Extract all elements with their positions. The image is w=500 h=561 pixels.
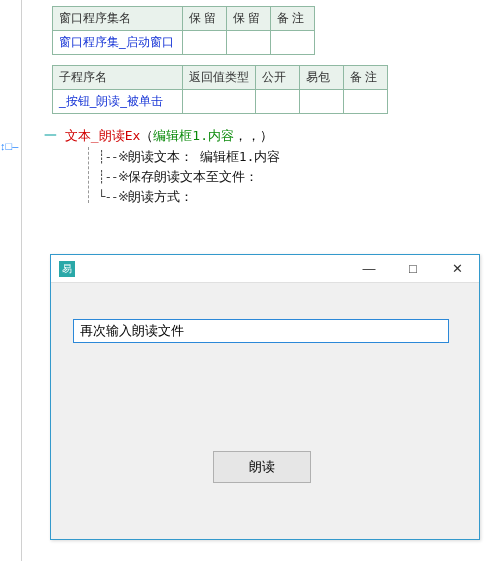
maximize-icon: □ bbox=[409, 261, 417, 276]
read-text-input[interactable] bbox=[73, 319, 449, 343]
args-rest: ，，） bbox=[234, 128, 273, 143]
code-area[interactable]: 一 文本_朗读Ex（编辑框1.内容，，） ┊--※朗读文本： 编辑框1.内容 ┊… bbox=[22, 124, 500, 207]
col-header: 备 注 bbox=[344, 66, 388, 90]
cell[interactable] bbox=[183, 90, 256, 114]
col-header: 窗口程序集名 bbox=[53, 7, 183, 31]
code-gutter: ↕□– bbox=[0, 0, 22, 561]
cell[interactable] bbox=[271, 31, 315, 55]
subroutine-table: 子程序名 返回值类型 公开 易包 备 注 _按钮_朗读_被单击 bbox=[52, 65, 388, 114]
paren: （ bbox=[140, 128, 153, 143]
col-header: 保 留 bbox=[227, 7, 271, 31]
col-header: 子程序名 bbox=[53, 66, 183, 90]
col-header: 备 注 bbox=[271, 7, 315, 31]
col-header: 易包 bbox=[300, 66, 344, 90]
subroutine-name[interactable]: _按钮_朗读_被单击 bbox=[53, 90, 183, 114]
cell[interactable] bbox=[300, 90, 344, 114]
gutter-fold-mark[interactable]: ↕□– bbox=[0, 140, 18, 152]
cell[interactable] bbox=[227, 31, 271, 55]
close-icon: ✕ bbox=[452, 261, 463, 276]
param-line: ┊--※保存朗读文本至文件： bbox=[98, 167, 500, 187]
argument: 编辑框1.内容 bbox=[153, 128, 234, 143]
code-line[interactable]: 一 文本_朗读Ex（编辑框1.内容，，） bbox=[44, 126, 500, 147]
cell[interactable] bbox=[183, 31, 227, 55]
minimize-button[interactable]: — bbox=[347, 255, 391, 283]
cell[interactable] bbox=[344, 90, 388, 114]
cell[interactable] bbox=[256, 90, 300, 114]
col-header: 公开 bbox=[256, 66, 300, 90]
table-row[interactable]: _按钮_朗读_被单击 bbox=[53, 90, 388, 114]
function-call: 文本_朗读Ex bbox=[65, 128, 140, 143]
col-header: 返回值类型 bbox=[183, 66, 256, 90]
read-button[interactable]: 朗读 bbox=[213, 451, 311, 483]
app-icon: 易 bbox=[59, 261, 75, 277]
close-button[interactable]: ✕ bbox=[435, 255, 479, 283]
param-line: └--※朗读方式： bbox=[98, 187, 500, 207]
param-hints: ┊--※朗读文本： 编辑框1.内容 ┊--※保存朗读文本至文件： └--※朗读方… bbox=[44, 147, 500, 207]
line-indent: 一 bbox=[44, 128, 65, 143]
assembly-name[interactable]: 窗口程序集_启动窗口 bbox=[53, 31, 183, 55]
window-titlebar[interactable]: 易 — □ ✕ bbox=[51, 255, 479, 283]
col-header: 保 留 bbox=[183, 7, 227, 31]
window-client-area: 朗读 bbox=[51, 283, 479, 539]
main-content: 窗口程序集名 保 留 保 留 备 注 窗口程序集_启动窗口 子程序名 返回值类型… bbox=[22, 0, 500, 207]
maximize-button[interactable]: □ bbox=[391, 255, 435, 283]
minimize-icon: — bbox=[363, 261, 376, 276]
preview-window: 易 — □ ✕ 朗读 bbox=[50, 254, 480, 540]
window-assembly-table: 窗口程序集名 保 留 保 留 备 注 窗口程序集_启动窗口 bbox=[52, 6, 315, 55]
table-row[interactable]: 窗口程序集_启动窗口 bbox=[53, 31, 315, 55]
param-line: ┊--※朗读文本： 编辑框1.内容 bbox=[98, 147, 500, 167]
